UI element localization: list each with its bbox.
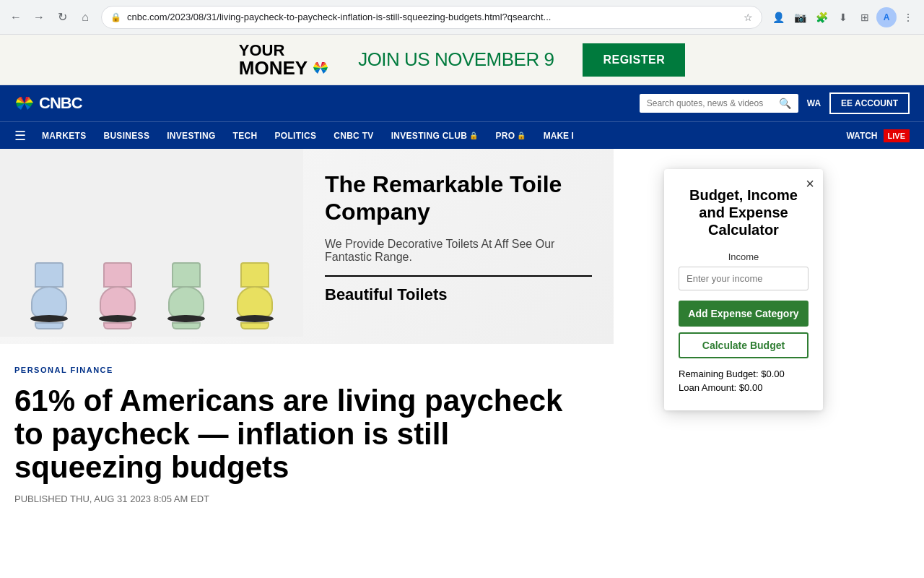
cnbc-text: CNBC [39, 94, 82, 113]
nav-item-business[interactable]: BUSINESS [95, 122, 158, 150]
profile-avatar[interactable]: A [876, 7, 897, 27]
back-button[interactable]: ← [6, 7, 26, 27]
toilet-body-pink [100, 286, 136, 319]
toilet-body-green [168, 286, 204, 319]
nav-item-investing-club[interactable]: INVESTING CLUB 🔒 [383, 122, 487, 150]
nav-item-politics[interactable]: POLITICS [266, 122, 325, 150]
browser-actions: 👤 📷 🧩 ⬇ ⊞ A ⋮ [768, 7, 918, 27]
cnbc-header: CNBC 🔍 WA EE ACCOUNT [0, 85, 924, 121]
toilet-base-blue [35, 322, 64, 329]
add-expense-button[interactable]: Add Expense Category [679, 301, 808, 327]
watch-button[interactable]: WA [798, 98, 829, 108]
camera-icon[interactable]: 📷 [790, 7, 810, 27]
hamburger-icon: ☰ [14, 128, 26, 144]
search-bar[interactable]: 🔍 [640, 94, 798, 113]
search-input[interactable] [647, 98, 775, 108]
promo-banner: The Remarkable Toile Company We Provide … [0, 149, 614, 344]
watch-text: WATCH [840, 128, 883, 144]
register-button[interactable]: REGISTER [583, 43, 685, 77]
toilet-base-pink [103, 322, 132, 329]
article-section: PERSONAL FINANCE 61% of Americans are li… [0, 344, 621, 519]
browser-chrome: ← → ↻ ⌂ 🔒 cnbc.com/2023/08/31/living-pay… [0, 0, 924, 35]
toilet-tank-blue [35, 262, 64, 288]
cnbc-logo[interactable]: CNBC [14, 94, 82, 113]
toilet-yellow [230, 262, 280, 329]
promo-title: The Remarkable Toile Company [325, 171, 592, 226]
search-icon[interactable]: 🔍 [779, 98, 791, 109]
toilets-image [0, 149, 303, 337]
toilet-body-blue [31, 286, 67, 319]
your-text: YOUR [239, 43, 329, 59]
account-icon[interactable]: 👤 [768, 7, 788, 27]
reload-button[interactable]: ↻ [52, 7, 72, 27]
income-input[interactable] [679, 267, 808, 290]
toilet-tank-pink [103, 262, 132, 288]
grid-icon[interactable]: ⊞ [855, 7, 875, 27]
toilet-seat-green [167, 315, 205, 322]
investing-club-lock: 🔒 [469, 131, 478, 139]
make-it-button[interactable]: MAKE I [535, 131, 583, 141]
forward-button[interactable]: → [29, 7, 49, 27]
toilet-blue [24, 262, 74, 329]
toilet-tank-green [172, 262, 201, 288]
remaining-budget-text: Remaining Budget: $0.00 [679, 368, 808, 379]
promo-text-area: The Remarkable Toile Company We Provide … [303, 149, 614, 344]
promo-footer: Beautiful Toilets [325, 275, 592, 304]
banner-ad: YOUR MONEY JOIN US NOVEMBER 9 REGISTE [0, 35, 924, 85]
cnbc-peacock-icon [14, 95, 35, 111]
calculator-popup: × Budget, Income and Expense Calculator … [664, 169, 823, 410]
loan-amount-text: Loan Amount: $0.00 [679, 382, 808, 393]
extensions-icon[interactable]: 🧩 [811, 7, 832, 27]
secure-icon: 🔒 [110, 12, 121, 22]
toilet-base-yellow [240, 322, 269, 329]
article-tag: PERSONAL FINANCE [14, 366, 606, 374]
toilet-base-green [172, 322, 201, 329]
cnbc-nav: ☰ MARKETS BUSINESS INVESTING TECH POLITI… [0, 121, 924, 149]
popup-close-button[interactable]: × [806, 176, 814, 191]
your-money-logo: YOUR MONEY [239, 43, 329, 77]
page-wrapper: YOUR MONEY JOIN US NOVEMBER 9 REGISTE [0, 35, 924, 519]
main-content: The Remarkable Toile Company We Provide … [0, 149, 924, 519]
promo-subtitle: We Provide Decorative Toilets At Aff See… [325, 238, 592, 264]
create-account-button[interactable]: EE ACCOUNT [829, 92, 910, 114]
income-label: Income [679, 251, 808, 262]
home-button[interactable]: ⌂ [75, 7, 95, 27]
nav-item-investing[interactable]: INVESTING [158, 122, 224, 150]
toilet-seat-blue [30, 315, 68, 322]
pro-lock: 🔒 [517, 131, 526, 139]
url-text: cnbc.com/2023/08/31/living-paycheck-to-p… [127, 12, 738, 22]
star-icon[interactable]: ☆ [744, 12, 753, 23]
article-byline: PUBLISHED THU, AUG 31 2023 8:05 AM EDT [14, 493, 606, 504]
browser-nav-buttons: ← → ↻ ⌂ [6, 7, 95, 27]
article-headline: 61% of Americans are living paycheck to … [14, 384, 592, 485]
join-text: JOIN US NOVEMBER 9 [358, 48, 554, 71]
nav-item-tech[interactable]: TECH [225, 122, 266, 150]
toilet-tank-yellow [240, 262, 269, 288]
nav-item-pro[interactable]: PRO 🔒 [487, 122, 535, 150]
menu-icon[interactable]: ⋮ [898, 7, 918, 27]
nav-item-markets[interactable]: MARKETS [33, 122, 95, 150]
toilet-pink [92, 262, 143, 329]
toilet-seat-yellow [236, 315, 274, 322]
toilet-green [161, 262, 212, 329]
toilet-body-yellow [237, 286, 273, 319]
watch-live-button[interactable]: WATCH LIVE [840, 128, 910, 144]
nav-item-cnbc-tv[interactable]: CNBC TV [325, 122, 382, 150]
live-badge: LIVE [884, 129, 910, 142]
download-icon[interactable]: ⬇ [833, 7, 853, 27]
nbc-peacock-icon [312, 61, 329, 75]
toilet-seat-pink [99, 315, 136, 322]
hamburger-menu[interactable]: ☰ [14, 128, 33, 144]
money-text: MONEY [239, 59, 308, 77]
address-bar[interactable]: 🔒 cnbc.com/2023/08/31/living-paycheck-to… [101, 6, 762, 29]
popup-title: Budget, Income and Expense Calculator [679, 186, 808, 238]
calculate-budget-button[interactable]: Calculate Budget [679, 332, 808, 358]
